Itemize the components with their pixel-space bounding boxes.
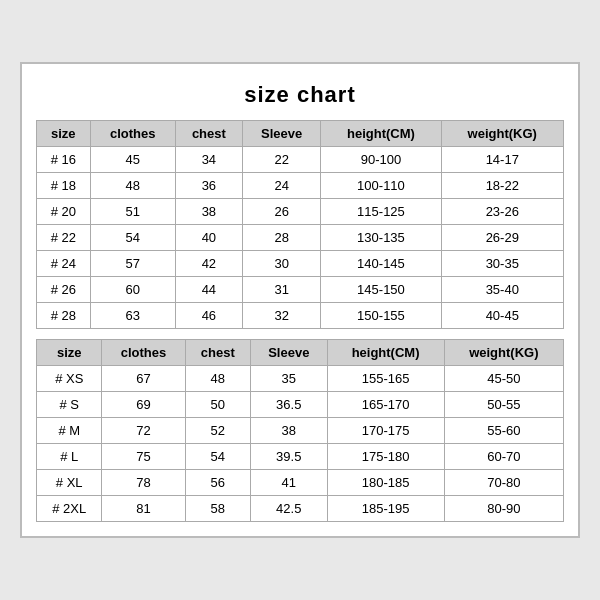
- column-header: chest: [175, 121, 242, 147]
- table-cell: 60-70: [444, 444, 563, 470]
- table-cell: 80-90: [444, 496, 563, 522]
- table-cell: 46: [175, 303, 242, 329]
- table-cell: 58: [185, 496, 250, 522]
- table-row: # 20513826115-12523-26: [37, 199, 564, 225]
- table-cell: # 22: [37, 225, 91, 251]
- table-cell: 24: [242, 173, 320, 199]
- table-row: # 1645342290-10014-17: [37, 147, 564, 173]
- table-row: # XS674835155-16545-50: [37, 366, 564, 392]
- table-row: # 28634632150-15540-45: [37, 303, 564, 329]
- table-cell: 67: [102, 366, 185, 392]
- table-cell: 40-45: [441, 303, 563, 329]
- table-cell: 44: [175, 277, 242, 303]
- table-cell: 90-100: [321, 147, 441, 173]
- table-cell: 48: [185, 366, 250, 392]
- table-cell: 63: [90, 303, 175, 329]
- table-cell: 70-80: [444, 470, 563, 496]
- table-cell: 78: [102, 470, 185, 496]
- table-cell: 52: [185, 418, 250, 444]
- table-cell: 56: [185, 470, 250, 496]
- table-cell: 30: [242, 251, 320, 277]
- table-cell: 48: [90, 173, 175, 199]
- table-cell: 155-165: [327, 366, 444, 392]
- chart-title: size chart: [36, 82, 564, 108]
- table-cell: # 26: [37, 277, 91, 303]
- table-cell: 36: [175, 173, 242, 199]
- table-cell: 40: [175, 225, 242, 251]
- table-cell: 34: [175, 147, 242, 173]
- table-cell: # 16: [37, 147, 91, 173]
- table-cell: 30-35: [441, 251, 563, 277]
- table-cell: 26-29: [441, 225, 563, 251]
- column-header: height(CM): [321, 121, 441, 147]
- table-cell: 39.5: [251, 444, 327, 470]
- table-cell: # L: [37, 444, 102, 470]
- table-cell: 185-195: [327, 496, 444, 522]
- table-cell: 100-110: [321, 173, 441, 199]
- column-header: height(CM): [327, 340, 444, 366]
- table-cell: 165-170: [327, 392, 444, 418]
- column-header: size: [37, 340, 102, 366]
- table-cell: 31: [242, 277, 320, 303]
- table-cell: 45: [90, 147, 175, 173]
- column-header: clothes: [102, 340, 185, 366]
- table-cell: 69: [102, 392, 185, 418]
- table-cell: 115-125: [321, 199, 441, 225]
- table-cell: # 2XL: [37, 496, 102, 522]
- table-row: # 22544028130-13526-29: [37, 225, 564, 251]
- column-header: Sleeve: [251, 340, 327, 366]
- table-row: # 2XL815842.5185-19580-90: [37, 496, 564, 522]
- table-cell: 57: [90, 251, 175, 277]
- table-cell: 28: [242, 225, 320, 251]
- table-cell: 35: [251, 366, 327, 392]
- column-header: weight(KG): [444, 340, 563, 366]
- size-table-2: sizeclotheschestSleeveheight(CM)weight(K…: [36, 339, 564, 522]
- table-cell: 81: [102, 496, 185, 522]
- table-cell: 51: [90, 199, 175, 225]
- table-cell: 42: [175, 251, 242, 277]
- table-cell: 170-175: [327, 418, 444, 444]
- table-cell: 26: [242, 199, 320, 225]
- table-cell: 35-40: [441, 277, 563, 303]
- column-header: chest: [185, 340, 250, 366]
- table1-header-row: sizeclotheschestSleeveheight(CM)weight(K…: [37, 121, 564, 147]
- table-cell: 50: [185, 392, 250, 418]
- table-cell: 41: [251, 470, 327, 496]
- column-header: size: [37, 121, 91, 147]
- table-row: # L755439.5175-18060-70: [37, 444, 564, 470]
- table2-header-row: sizeclotheschestSleeveheight(CM)weight(K…: [37, 340, 564, 366]
- table-cell: # XS: [37, 366, 102, 392]
- table-cell: 42.5: [251, 496, 327, 522]
- table-cell: 140-145: [321, 251, 441, 277]
- table-cell: # XL: [37, 470, 102, 496]
- table-row: # 24574230140-14530-35: [37, 251, 564, 277]
- table-row: # 18483624100-11018-22: [37, 173, 564, 199]
- table-cell: 38: [251, 418, 327, 444]
- table-cell: 180-185: [327, 470, 444, 496]
- table-cell: 72: [102, 418, 185, 444]
- table-cell: 36.5: [251, 392, 327, 418]
- table-cell: 54: [90, 225, 175, 251]
- table-cell: 14-17: [441, 147, 563, 173]
- table-cell: 145-150: [321, 277, 441, 303]
- column-header: weight(KG): [441, 121, 563, 147]
- table-cell: 55-60: [444, 418, 563, 444]
- table-cell: 23-26: [441, 199, 563, 225]
- table-row: # M725238170-17555-60: [37, 418, 564, 444]
- table-cell: # 20: [37, 199, 91, 225]
- table-cell: 22: [242, 147, 320, 173]
- table-cell: 175-180: [327, 444, 444, 470]
- size-table-1: sizeclotheschestSleeveheight(CM)weight(K…: [36, 120, 564, 329]
- table-cell: 50-55: [444, 392, 563, 418]
- table-cell: # 28: [37, 303, 91, 329]
- column-header: clothes: [90, 121, 175, 147]
- table-cell: 18-22: [441, 173, 563, 199]
- table-cell: 38: [175, 199, 242, 225]
- table-cell: # 24: [37, 251, 91, 277]
- table-row: # XL785641180-18570-80: [37, 470, 564, 496]
- table-cell: # 18: [37, 173, 91, 199]
- table-row: # 26604431145-15035-40: [37, 277, 564, 303]
- table-cell: 150-155: [321, 303, 441, 329]
- size-chart-card: size chart sizeclotheschestSleeveheight(…: [20, 62, 580, 538]
- table-cell: # S: [37, 392, 102, 418]
